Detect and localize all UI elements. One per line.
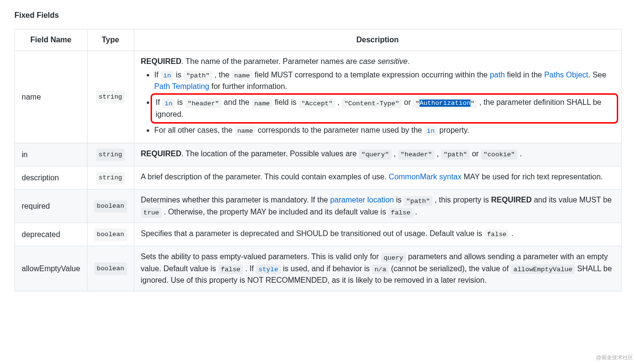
table-row: description string A brief description o…	[15, 166, 622, 189]
code-allowemptyvalue: allowEmptyValue	[511, 264, 575, 274]
code-name: name	[235, 126, 256, 136]
type-boolean: boolean	[94, 201, 127, 213]
field-description-cell: REQUIRED. The name of the parameter. Par…	[134, 51, 621, 143]
link-commonmark[interactable]: CommonMark syntax	[389, 173, 461, 181]
type-string: string	[96, 91, 125, 103]
code-na: n/a	[372, 264, 389, 274]
link-style[interactable]: style	[256, 264, 281, 273]
link-in[interactable]: in	[161, 71, 174, 79]
highlight-box: If in is "header" and the name field is …	[151, 93, 618, 123]
field-type-cell: string	[87, 51, 134, 143]
link-parameter-location[interactable]: parameter location	[330, 196, 394, 204]
field-type-cell: boolean	[87, 223, 134, 246]
required-tag: REQUIRED	[141, 150, 181, 158]
code-name: name	[252, 99, 273, 108]
field-description-cell: A brief description of the parameter. Th…	[134, 166, 621, 189]
col-field-name: Field Name	[15, 29, 88, 51]
table-row: name string REQUIRED. The name of the pa…	[15, 51, 622, 143]
fixed-fields-table: Field Name Type Description name string …	[14, 29, 622, 291]
link-in[interactable]: in	[424, 126, 437, 134]
table-row: required boolean Determines whether this…	[15, 189, 622, 223]
table-row: allowEmptyValue boolean Sets the ability…	[15, 246, 622, 291]
code-path: "path"	[441, 150, 470, 159]
field-name-cell: allowEmptyValue	[15, 246, 88, 291]
type-string: string	[96, 172, 125, 185]
link-path[interactable]: path	[490, 71, 505, 79]
code-query: "query"	[359, 150, 392, 159]
code-cookie: "cookie"	[481, 150, 518, 159]
required-tag: REQUIRED	[491, 196, 532, 204]
code-header: "header"	[398, 150, 434, 159]
table-row: in string REQUIRED. The location of the …	[15, 143, 622, 166]
case-sensitive-text: case sensitive	[359, 57, 408, 65]
link-in[interactable]: in	[162, 98, 175, 106]
selected-text: Authorization	[420, 100, 471, 107]
list-item-highlighted: If in is "header" and the name field is …	[154, 93, 614, 123]
col-type: Type	[87, 29, 134, 51]
code-false: false	[388, 208, 413, 217]
section-heading: Fixed Fields	[14, 10, 622, 21]
field-name-cell: deprecated	[15, 223, 88, 246]
field-name-cell: description	[15, 166, 88, 189]
field-description-cell: Specifies that a parameter is deprecated…	[134, 223, 621, 246]
list-item: For all other cases, the name correspond…	[154, 125, 614, 136]
table-row: deprecated boolean Specifies that a para…	[15, 223, 622, 246]
type-string: string	[96, 149, 125, 161]
code-name: name	[231, 71, 253, 80]
field-type-cell: boolean	[87, 189, 134, 223]
field-name-cell: in	[15, 143, 88, 166]
type-boolean: boolean	[94, 228, 127, 241]
code-content-type: "Content-Type"	[342, 99, 402, 108]
link-path-templating[interactable]: Path Templating	[154, 82, 209, 90]
field-description-cell: REQUIRED. The location of the parameter.…	[134, 143, 621, 166]
field-type-cell: boolean	[87, 246, 134, 291]
code-true: true	[141, 208, 162, 217]
field-name-cell: required	[15, 189, 88, 223]
field-type-cell: string	[87, 166, 134, 189]
required-tag: REQUIRED	[141, 57, 181, 65]
code-false: false	[484, 229, 509, 239]
list-item: If in is "path" , the name field MUST co…	[154, 69, 614, 92]
field-description-cell: Sets the ability to pass empty-valued pa…	[134, 246, 621, 291]
field-description-cell: Determines whether this parameter is man…	[134, 189, 621, 223]
code-header: "header"	[185, 99, 222, 108]
code-authorization: "Authorization"	[413, 99, 477, 108]
col-description: Description	[134, 29, 621, 51]
code-path: "path"	[184, 71, 213, 80]
code-path: "path"	[404, 196, 432, 206]
link-paths-object[interactable]: Paths Object	[544, 71, 588, 79]
code-query: query	[381, 253, 406, 263]
code-false: false	[218, 264, 243, 274]
field-type-cell: string	[87, 143, 134, 166]
field-name-cell: name	[15, 51, 88, 143]
type-boolean: boolean	[94, 263, 127, 275]
code-accept: "Accept"	[299, 99, 335, 108]
